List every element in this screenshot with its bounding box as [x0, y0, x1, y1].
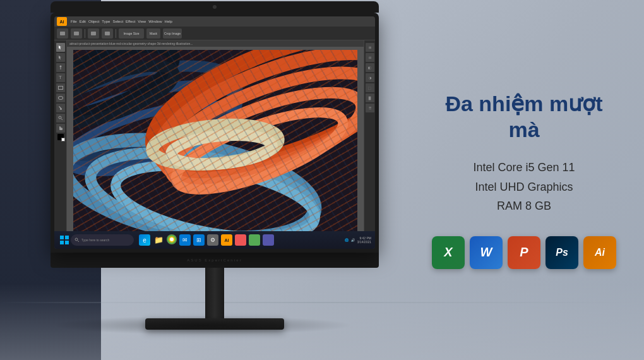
- spec-cpu: Intel Core i5 Gen 11: [429, 158, 619, 177]
- menu-help[interactable]: Help: [165, 20, 172, 23]
- app-icons-row: X W P Ps Ai: [429, 236, 619, 269]
- taskbar-color-swatch[interactable]: [235, 234, 246, 246]
- svg-point-9: [73, 123, 322, 239]
- taskbar-folder-icon[interactable]: 📁: [153, 234, 164, 246]
- spec-ram: RAM 8 GB: [429, 196, 619, 216]
- taskbar-search[interactable]: Type here to search: [71, 234, 134, 246]
- menu-effect[interactable]: Effect: [126, 20, 135, 23]
- ai-tools-panel: T: [54, 40, 67, 249]
- svg-point-7: [73, 69, 245, 182]
- tool-rect[interactable]: [56, 83, 65, 92]
- taskbar-edge-icon[interactable]: e: [139, 234, 150, 246]
- tool-type[interactable]: T: [56, 73, 65, 82]
- toolbar-save-btn[interactable]: [88, 28, 99, 39]
- ai-canvas: attract-product-presentation-blue-red-ci…: [67, 40, 364, 249]
- taskbar-right: 🌐 🔊 9:42 PM 3/14/2021: [345, 236, 371, 244]
- taskbar-chrome-icon[interactable]: [167, 234, 177, 244]
- svg-point-18: [170, 131, 273, 168]
- artwork-canvas: [73, 50, 357, 239]
- props-transform[interactable]: ⊞: [366, 43, 374, 52]
- svg-point-17: [151, 120, 280, 169]
- taskbar-mail-icon[interactable]: ✉: [179, 234, 191, 246]
- tool-ellipse[interactable]: [56, 93, 65, 102]
- system-clock: 9:42 PM 3/14/2021: [357, 236, 371, 244]
- word-icon-label: W: [480, 245, 492, 260]
- svg-point-15: [160, 74, 357, 202]
- start-button[interactable]: [58, 234, 71, 246]
- taskbar-blue-icon[interactable]: [263, 234, 274, 246]
- monitor-stand-neck: [205, 268, 224, 318]
- props-align[interactable]: ⊟: [366, 53, 374, 62]
- taskbar-settings-icon[interactable]: ⚙: [207, 234, 218, 246]
- menu-select[interactable]: Select: [112, 20, 123, 23]
- menu-edit[interactable]: Edit: [80, 20, 86, 23]
- toolbar-open-btn[interactable]: [71, 28, 82, 39]
- menu-view[interactable]: View: [138, 20, 146, 23]
- svg-point-6: [73, 50, 246, 179]
- svg-point-19: [73, 50, 181, 131]
- taskbar-icons: e 📁 ✉ ⊞ ⚙ Ai: [139, 234, 274, 246]
- clock-date: 3/14/2021: [357, 240, 371, 244]
- right-content-panel: Đa nhiệm mượt mà Intel Core i5 Gen 11 In…: [404, 0, 644, 360]
- mask-btn[interactable]: Mask: [146, 28, 160, 39]
- props-color[interactable]: ◑: [366, 73, 374, 82]
- tool-brush[interactable]: [56, 104, 65, 112]
- word-icon: W: [470, 236, 503, 269]
- props-gradient[interactable]: ▓: [366, 93, 374, 102]
- illustrator-icon-label: Ai: [595, 247, 605, 258]
- svg-rect-24: [65, 241, 69, 244]
- taskbar-store-icon[interactable]: ⊞: [193, 234, 205, 246]
- svg-point-12: [137, 50, 357, 195]
- ai-menu-items: File Edit Object Type Select Effect View…: [71, 20, 172, 23]
- tool-select[interactable]: [56, 43, 65, 52]
- svg-point-20: [73, 55, 180, 134]
- specs-section: Intel Core i5 Gen 11 Intel UHD Graphics …: [429, 158, 619, 216]
- menu-type[interactable]: Type: [102, 20, 110, 23]
- monitor-shadow: [51, 316, 354, 335]
- powerpoint-icon: P: [508, 236, 540, 269]
- network-icon: 🌐: [345, 238, 349, 242]
- asus-brand-label: ASUS ExpertCenter: [187, 258, 242, 262]
- props-layers[interactable]: ☰: [366, 104, 374, 112]
- svg-point-8: [73, 91, 244, 186]
- toolbar-new-btn[interactable]: [57, 28, 68, 39]
- svg-point-0: [59, 66, 61, 68]
- file-path: attract-product-presentation-blue-red-ci…: [69, 42, 193, 45]
- artwork-svg: [73, 50, 357, 239]
- tool-hand[interactable]: [56, 124, 65, 133]
- search-placeholder: Type here to search: [81, 238, 109, 242]
- illustrator-icon: Ai: [583, 236, 616, 269]
- props-pathfinder[interactable]: ◧: [366, 63, 374, 72]
- props-stroke[interactable]: ⬚: [366, 83, 374, 92]
- svg-point-10: [84, 138, 321, 239]
- monitor-top-bar: [51, 1, 379, 13]
- svg-point-14: [152, 51, 357, 200]
- photoshop-icon: Ps: [546, 236, 578, 269]
- menu-file[interactable]: File: [71, 20, 77, 23]
- tool-pen[interactable]: [56, 63, 65, 72]
- image-size-btn[interactable]: Image Size: [119, 28, 144, 39]
- tool-direct-select[interactable]: [56, 53, 65, 62]
- svg-rect-21: [60, 236, 64, 239]
- toolbar-undo-btn[interactable]: [102, 28, 113, 39]
- windows-taskbar: Type here to search e 📁 ✉ ⊞ ⚙ Ai: [54, 231, 375, 249]
- taskbar-green-icon[interactable]: [249, 234, 260, 246]
- webcam: [213, 5, 217, 9]
- tool-color-fg[interactable]: [57, 134, 64, 140]
- crop-btn[interactable]: Crop Image: [163, 28, 182, 39]
- ai-toolbar: Image Size Mask Crop Image: [54, 27, 375, 40]
- ai-main-area: T: [54, 40, 375, 249]
- menu-window[interactable]: Window: [148, 20, 162, 23]
- svg-rect-22: [65, 236, 69, 239]
- menu-object[interactable]: Object: [88, 20, 99, 23]
- svg-point-2: [60, 108, 62, 110]
- taskbar-ai-icon[interactable]: Ai: [221, 234, 232, 246]
- svg-point-11: [110, 153, 321, 239]
- svg-point-25: [75, 238, 78, 241]
- svg-point-3: [59, 116, 61, 119]
- photoshop-icon-label: Ps: [556, 247, 568, 258]
- tool-zoom[interactable]: [56, 114, 65, 123]
- volume-icon: 🔊: [351, 238, 355, 242]
- ai-menubar: Ai File Edit Object Type Select Effect V…: [54, 16, 375, 27]
- windows-logo-icon: [60, 236, 69, 244]
